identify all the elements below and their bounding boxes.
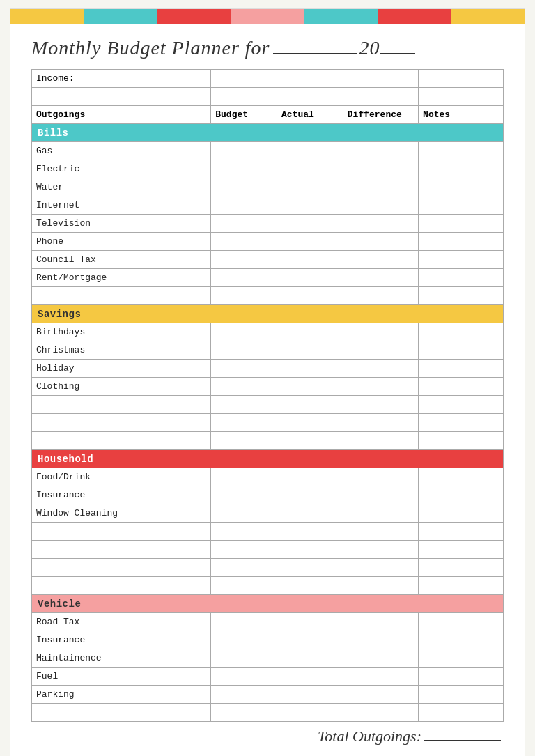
income-diff (343, 70, 418, 88)
bar-seg-5 (304, 9, 378, 24)
row-christmas: Christmas (32, 341, 504, 360)
row-gas: Gas (32, 142, 504, 160)
section-savings-header: Savings (32, 305, 504, 323)
diff-christmas (343, 341, 418, 360)
item-insurance-v: Insurance (32, 631, 211, 649)
empty-row-5 (32, 432, 504, 450)
col-header-budget: Budget (211, 106, 277, 124)
section-savings-label: Savings (32, 305, 504, 323)
item-council-tax: Council Tax (32, 251, 211, 269)
budget-road-tax (211, 613, 277, 631)
row-maintainence: Maintainence (32, 649, 504, 668)
actual-rent (277, 269, 343, 287)
row-birthdays: Birthdays (32, 323, 504, 341)
title-name-blank (273, 53, 357, 54)
diff-electric (343, 160, 418, 178)
notes-birthdays (419, 323, 504, 341)
actual-window-cleaning (277, 504, 343, 523)
row-electric: Electric (32, 160, 504, 178)
empty-row-8 (32, 559, 504, 577)
item-television: Television (32, 215, 211, 233)
item-rent: Rent/Mortgage (32, 269, 211, 287)
actual-holiday (277, 360, 343, 378)
item-fuel: Fuel (32, 668, 211, 686)
budget-insurance-hh (211, 486, 277, 504)
total-label: Total Outgoings: (318, 727, 421, 746)
col-header-diff: Difference (343, 106, 418, 124)
item-food-drink: Food/Drink (32, 468, 211, 486)
empty-row-1 (32, 88, 504, 106)
notes-electric (419, 160, 504, 178)
section-bills-header: Bills (32, 124, 504, 142)
item-road-tax: Road Tax (32, 613, 211, 631)
row-water: Water (32, 178, 504, 196)
row-insurance-hh: Insurance (32, 486, 504, 504)
notes-parking (419, 686, 504, 704)
diff-insurance-hh (343, 486, 418, 504)
diff-clothing (343, 378, 418, 396)
empty-row-2 (32, 287, 504, 305)
actual-road-tax (277, 613, 343, 631)
row-clothing: Clothing (32, 378, 504, 396)
actual-council-tax (277, 251, 343, 269)
budget-council-tax (211, 251, 277, 269)
empty-row-3 (32, 396, 504, 414)
row-insurance-v: Insurance (32, 631, 504, 649)
actual-internet (277, 196, 343, 215)
notes-road-tax (419, 613, 504, 631)
diff-parking (343, 686, 418, 704)
notes-insurance-hh (419, 486, 504, 504)
notes-fuel (419, 668, 504, 686)
notes-insurance-v (419, 631, 504, 649)
budget-fuel (211, 668, 277, 686)
section-vehicle-header: Vehicle (32, 595, 504, 613)
col-header-item: Outgoings (32, 106, 211, 124)
col-header-actual: Actual (277, 106, 343, 124)
item-window-cleaning: Window Cleaning (32, 504, 211, 523)
income-budget (211, 70, 277, 88)
item-insurance-hh: Insurance (32, 486, 211, 504)
row-road-tax: Road Tax (32, 613, 504, 631)
empty-row-4 (32, 414, 504, 432)
budget-maintainence (211, 649, 277, 668)
top-color-bar (10, 9, 525, 24)
notes-gas (419, 142, 504, 160)
budget-clothing (211, 378, 277, 396)
budget-electric (211, 160, 277, 178)
diff-internet (343, 196, 418, 215)
row-parking: Parking (32, 686, 504, 704)
title-row: Monthly Budget Planner for 20 (31, 37, 504, 59)
actual-christmas (277, 341, 343, 360)
income-label: Income: (32, 70, 211, 88)
budget-holiday (211, 360, 277, 378)
bar-seg-7 (451, 9, 525, 24)
bar-seg-6 (378, 9, 451, 24)
budget-christmas (211, 341, 277, 360)
income-actual (277, 70, 343, 88)
row-food-drink: Food/Drink (32, 468, 504, 486)
actual-phone (277, 233, 343, 251)
diff-holiday (343, 360, 418, 378)
diff-council-tax (343, 251, 418, 269)
actual-maintainence (277, 649, 343, 668)
actual-fuel (277, 668, 343, 686)
title-year-prefix: 20 (359, 37, 380, 59)
row-phone: Phone (32, 233, 504, 251)
bar-seg-4 (231, 9, 304, 24)
item-birthdays: Birthdays (32, 323, 211, 341)
row-television: Television (32, 215, 504, 233)
diff-fuel (343, 668, 418, 686)
item-phone: Phone (32, 233, 211, 251)
budget-table: Income: Outgoings Budget Actual Differen… (31, 69, 504, 722)
title-year-blank (380, 53, 415, 54)
section-household-label: Household (32, 450, 504, 468)
diff-television (343, 215, 418, 233)
total-row: Total Outgoings: (31, 727, 504, 746)
notes-window-cleaning (419, 504, 504, 523)
item-clothing: Clothing (32, 378, 211, 396)
actual-water (277, 178, 343, 196)
section-vehicle-label: Vehicle (32, 595, 504, 613)
total-value-blank (424, 740, 501, 741)
notes-television (419, 215, 504, 233)
diff-insurance-v (343, 631, 418, 649)
